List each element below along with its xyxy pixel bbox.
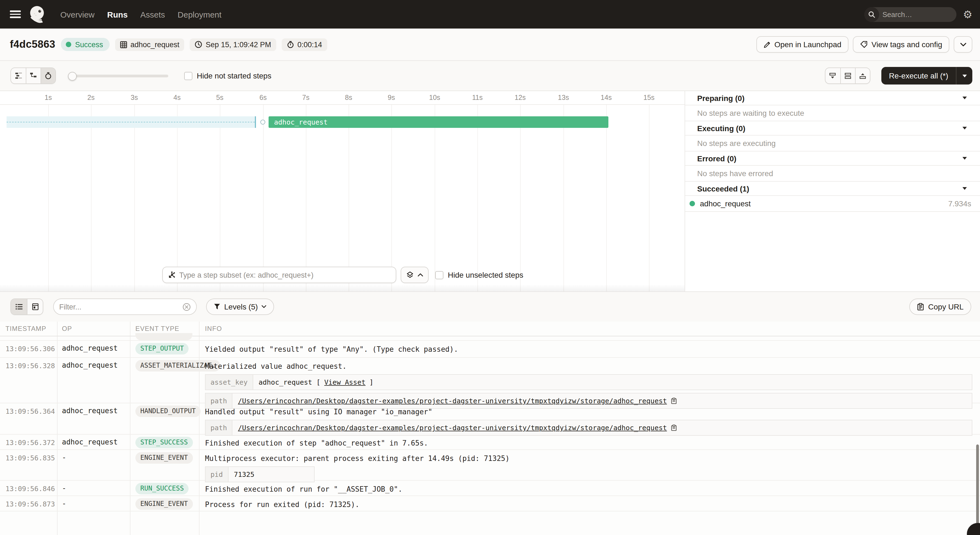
cell-op: adhoc_request (57, 341, 130, 357)
cell-op: adhoc_request (57, 434, 130, 449)
axis-tick: 7s (302, 94, 309, 102)
panel-down-icon (829, 72, 837, 79)
caret-down-icon (963, 97, 967, 99)
col-event-type: EVENT TYPE (130, 325, 199, 332)
view-tags-config-label: View tags and config (872, 40, 942, 49)
table-row[interactable]: 13:09:56.846 - RUN_SUCCESS Finished exec… (0, 481, 980, 496)
panel-layout-toggle (825, 67, 870, 84)
section-succeeded[interactable]: Succeeded (1) (685, 182, 980, 196)
caret-down-icon (963, 157, 967, 160)
funnel-icon (214, 303, 220, 310)
op-selector-icon (168, 271, 175, 279)
table-row-partial (0, 336, 980, 341)
table-row[interactable]: 13:09:56.364 adhoc_request HANDLED_OUTPU… (0, 403, 980, 434)
table-row[interactable]: 13:09:56.328 adhoc_request ASSET_MATERIA… (0, 358, 980, 403)
section-preparing[interactable]: Preparing (0) (685, 91, 980, 105)
event-type-badge: HANDLED_OUTPUT (135, 406, 200, 417)
vertical-scrollbar[interactable] (976, 444, 979, 531)
axis-tick: 14s (601, 94, 612, 102)
waterfall-view-button[interactable] (26, 68, 41, 83)
axis-tick: 3s (131, 94, 138, 102)
reexecute-menu-button[interactable] (956, 67, 972, 85)
gantt-zoom-slider[interactable] (68, 67, 168, 84)
run-actions-menu-button[interactable] (954, 36, 972, 53)
duration-label: 0:00:14 (298, 40, 322, 49)
cell-timestamp: 13:09:56.835 (0, 450, 57, 480)
search-input[interactable] (879, 10, 956, 18)
structured-log-button[interactable] (27, 299, 43, 315)
job-tag[interactable]: adhoc_request (115, 38, 185, 51)
dagster-logo[interactable] (29, 5, 46, 23)
log-toolbar: Levels (5) Copy URL (0, 291, 980, 321)
pid-value: 71325 (228, 467, 260, 482)
view-tags-config-button[interactable]: View tags and config (853, 36, 949, 53)
timed-view-button[interactable] (41, 68, 56, 83)
chevron-up-icon (418, 273, 423, 276)
cell-timestamp: 13:09:56.364 (0, 403, 57, 434)
copy-icon[interactable] (671, 424, 677, 431)
start-time-tag[interactable]: Sep 15, 1:09:42 PM (190, 38, 276, 51)
succeeded-step-row[interactable]: adhoc_request 7.934s (685, 196, 980, 212)
asset-key-value: adhoc_request [ (258, 377, 320, 387)
duration-tag[interactable]: 0:00:14 (282, 38, 327, 51)
section-title: Errored (0) (697, 154, 737, 163)
log-filter-field[interactable] (53, 299, 197, 315)
step-duration: 7.934s (948, 199, 971, 208)
path-link[interactable]: /Users/erincochran/Desktop/dagster-examp… (238, 423, 667, 433)
event-type-badge-partial (135, 333, 192, 340)
gantt-gridline (177, 105, 178, 291)
section-executing[interactable]: Executing (0) (685, 121, 980, 136)
global-search[interactable]: / (864, 7, 956, 22)
step-status-panel: Preparing (0) No steps are waiting to ex… (684, 91, 980, 291)
nav-item-runs[interactable]: Runs (107, 10, 128, 19)
metadata-label: path (205, 420, 232, 435)
dependency-marker (260, 120, 265, 125)
gantt-gridline (91, 105, 92, 291)
nav-item-overview[interactable]: Overview (60, 10, 95, 19)
split-panels-button[interactable] (840, 68, 855, 83)
step-subset-input[interactable] (179, 271, 391, 279)
nav-item-assets[interactable]: Assets (140, 10, 165, 19)
expand-panel-up-button[interactable] (855, 68, 870, 83)
open-in-launchpad-button[interactable]: Open in Launchpad (756, 36, 848, 53)
levels-filter-button[interactable]: Levels (5) (206, 299, 274, 315)
hide-unselected-checkbox[interactable] (435, 271, 444, 279)
top-nav: Overview Runs Assets Deployment / ⚙ (0, 0, 980, 29)
reexecute-all-button[interactable]: Re-execute all (*) (881, 67, 972, 85)
table-row[interactable]: 13:09:56.306 adhoc_request STEP_OUTPUT Y… (0, 341, 980, 358)
unstructured-log-button[interactable] (11, 299, 27, 315)
col-timestamp: TIMESTAMP (0, 325, 57, 332)
axis-tick: 9s (388, 94, 395, 102)
table-row[interactable]: 13:09:56.835 - ENGINE_EVENT Multiprocess… (0, 450, 980, 481)
selection-options-button[interactable] (401, 267, 429, 283)
event-type-badge: STEP_SUCCESS (135, 437, 192, 448)
gantt-gridline (348, 105, 349, 291)
axis-tick: 1s (45, 94, 52, 102)
gear-icon[interactable]: ⚙ (963, 9, 972, 19)
menu-icon[interactable] (10, 10, 21, 18)
flat-view-button[interactable] (11, 68, 26, 83)
caret-down-icon (963, 127, 967, 129)
nav-item-deployment[interactable]: Deployment (178, 10, 221, 19)
clear-filter-icon[interactable] (183, 303, 191, 311)
grid-icon (120, 41, 127, 48)
slider-handle[interactable] (68, 72, 77, 80)
step-subset-field[interactable] (162, 267, 396, 283)
gantt-gridline (263, 105, 264, 291)
axis-tick: 15s (643, 94, 654, 102)
hide-not-started-checkbox[interactable] (184, 72, 192, 80)
log-view-toggle (10, 299, 43, 315)
section-title: Succeeded (1) (697, 184, 749, 193)
table-row[interactable]: 13:09:56.873 - ENGINE_EVENT Process for … (0, 496, 980, 511)
table-row[interactable]: 13:09:56.372 adhoc_request STEP_SUCCESS … (0, 434, 980, 450)
copy-url-button[interactable]: Copy URL (910, 299, 971, 315)
layers-icon (406, 271, 414, 279)
section-errored[interactable]: Errored (0) (685, 152, 980, 166)
cell-info: Finished execution of run for "__ASSET_J… (199, 481, 980, 495)
log-filter-input[interactable] (59, 303, 183, 311)
cell-timestamp: 13:09:56.328 (0, 358, 57, 403)
gantt-step-bar[interactable]: adhoc_request (269, 116, 608, 128)
collapse-panel-down-button[interactable] (826, 68, 840, 83)
event-type-badge: RUN_SUCCESS (135, 483, 189, 494)
view-asset-link[interactable]: View Asset (324, 377, 366, 387)
